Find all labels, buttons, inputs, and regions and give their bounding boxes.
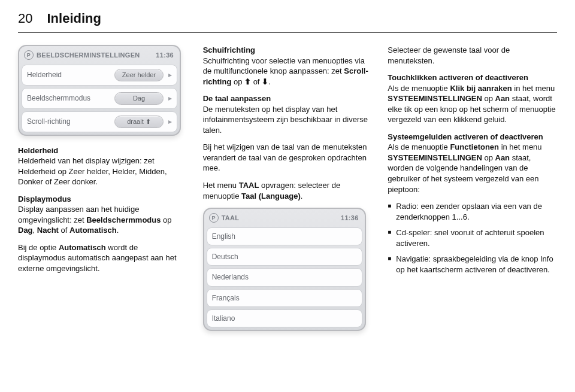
list-item: Navigatie: spraakbegeleiding via de knop…	[388, 254, 557, 275]
term: Dag	[18, 226, 33, 235]
device-clock: 11:36	[341, 214, 359, 223]
row-label: Nederlands	[212, 272, 357, 282]
page-title: Inleiding	[47, 11, 101, 26]
body-text: in het menu	[512, 84, 555, 93]
heading-systeemgeluiden: Systeemgeluiden activeren of deactiveren	[388, 132, 543, 141]
body-text: .	[301, 192, 303, 200]
term: SYSTEEMINSTELLINGEN	[388, 153, 482, 162]
body-text: op	[161, 215, 171, 224]
arrow-up-icon: ⬆	[244, 77, 251, 86]
body-text: De menuteksten op het display van het in…	[203, 105, 368, 135]
body-text: Als de menuoptie	[388, 84, 450, 93]
list-item: Radio: een zender opslaan via een van de…	[388, 201, 557, 222]
list-item: Cd-speler: snel vooruit of achteruit spo…	[388, 227, 557, 248]
row-value: Zeer helder	[114, 69, 164, 81]
body-text: Schuifrichting voor selectie van menuopt…	[203, 56, 365, 76]
row-label: Italiano	[212, 314, 357, 323]
column-3: Selecteer de gewenste taal voor de menut…	[388, 45, 557, 341]
term: Aan	[495, 153, 510, 162]
body-text: Bij het wijzigen van de taal van de menu…	[203, 142, 367, 172]
term: Klik bij aanraken	[450, 84, 512, 93]
row-value: Dag	[114, 92, 164, 105]
heading-helderheid: Helderheid	[18, 146, 58, 155]
chevron-right-icon: ▸	[168, 93, 172, 103]
table-row[interactable]: Helderheid Zeer helder ▸	[22, 65, 177, 86]
device-clock: 11:36	[156, 51, 174, 60]
column-2: Schuifrichting Schuifrichting voor selec…	[203, 45, 373, 341]
term: Automatisch	[69, 226, 117, 235]
term: SYSTEEMINSTELLINGEN	[388, 94, 482, 103]
list-item[interactable]: Français	[207, 289, 362, 307]
row-label: Scroll-richting	[27, 117, 110, 126]
list-item[interactable]: Italiano	[207, 309, 362, 327]
chevron-right-icon: ▸	[168, 70, 172, 80]
term: Functietonen	[450, 142, 499, 151]
term: Aan	[495, 94, 510, 103]
list-item[interactable]: Deutsch	[207, 248, 362, 266]
heading-taal-aanpassen: De taal aanpassen	[203, 94, 271, 103]
table-row[interactable]: Beeldschermmodus Dag ▸	[22, 88, 177, 109]
term: Taal (Language)	[241, 192, 301, 200]
column-1: P BEELDSCHERMINSTELLINGEN 11:36 Helderhe…	[18, 45, 187, 341]
body-text: op	[482, 94, 495, 103]
row-label: Helderheid	[27, 70, 110, 80]
device-header-icon: P	[209, 213, 219, 223]
heading-displaymodus: Displaymodus	[18, 195, 71, 203]
bullet-list: Radio: een zender opslaan via een van de…	[388, 201, 557, 275]
body-text: of	[251, 77, 262, 86]
list-item[interactable]: English	[207, 227, 362, 245]
list-item[interactable]: Nederlands	[207, 268, 362, 286]
body-text: Selecteer de gewenste taal voor de menut…	[388, 45, 510, 65]
body-text: Helderheid van het display wijzigen: zet…	[18, 156, 167, 186]
chevron-right-icon: ▸	[168, 117, 172, 126]
page-number: 20	[18, 11, 32, 26]
body-text: Het menu	[203, 181, 239, 190]
body-text: .	[268, 77, 271, 86]
row-value: draait ⬆	[114, 116, 164, 128]
body-text: Bij de optie	[18, 243, 59, 252]
body-text: Als de menuoptie	[388, 142, 450, 151]
heading-schuifrichting: Schuifrichting	[203, 45, 255, 54]
table-row[interactable]: Scroll-richting draait ⬆ ▸	[22, 111, 177, 132]
device-screen-settings: P BEELDSCHERMINSTELLINGEN 11:36 Helderhe…	[18, 45, 181, 136]
device-title: BEELDSCHERMINSTELLINGEN	[37, 51, 140, 60]
row-label: Français	[212, 293, 357, 303]
body-text: .	[117, 226, 119, 235]
arrow-down-icon: ⬇	[262, 77, 268, 86]
device-header-icon: P	[24, 50, 34, 60]
term: TAAL	[239, 181, 259, 190]
term: Nacht	[37, 226, 59, 235]
device-screen-taal: P TAAL 11:36 English Deutsch Nederlands …	[203, 208, 366, 331]
body-text: op	[231, 77, 244, 86]
term: Beeldschermmodus	[86, 215, 161, 224]
body-text: of	[59, 226, 69, 235]
row-label: Beeldschermmodus	[27, 93, 110, 103]
body-text: in het menu	[499, 142, 542, 151]
header-rule	[18, 32, 557, 33]
device-title: TAAL	[222, 214, 240, 223]
body-text: ,	[33, 226, 37, 235]
row-label: English	[212, 232, 357, 241]
row-label: Deutsch	[212, 252, 357, 262]
body-text: op	[482, 153, 495, 162]
term: Automatisch	[59, 243, 106, 252]
heading-touchklikken: Touchklikken activeren of deactiveren	[388, 73, 528, 82]
